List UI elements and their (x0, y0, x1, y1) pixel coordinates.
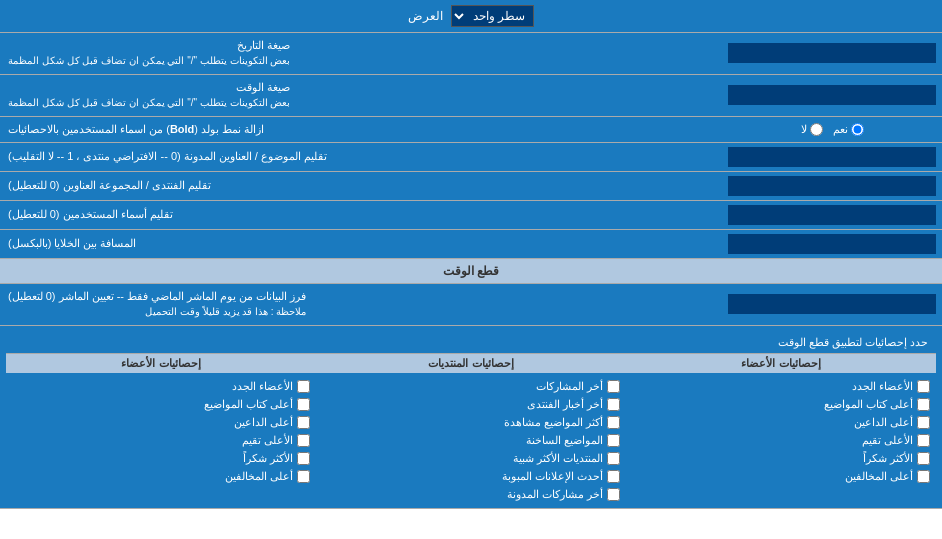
col2-item-2-label: أكثر المواضيع مشاهدة (504, 416, 603, 429)
display-label: العرض (408, 9, 443, 23)
list-item: أعلى كتاب المواضيع (6, 397, 316, 412)
col3-item-1-check[interactable] (917, 398, 930, 411)
col3-item-1-label: أعلى كتاب المواضيع (824, 398, 913, 411)
list-item: المنتديات الأكثر شبية (316, 451, 626, 466)
time-format-label: صيغة الوقتبعض التكوينات يتطلب "/" التي ي… (0, 75, 722, 116)
col3-item-0-label: الأعضاء الجدد (852, 380, 913, 393)
list-item: أخر المشاركات (316, 379, 626, 394)
cell-gap-input[interactable]: 2 (728, 234, 936, 254)
date-format-input[interactable]: d-m (728, 43, 936, 63)
col1-item-0-label: الأعضاء الجدد (232, 380, 293, 393)
list-item: الأعلى تقيم (6, 433, 316, 448)
list-item: أخر مشاركات المدونة (316, 487, 626, 502)
col3-item-4-label: الأكثر شكراً (863, 452, 913, 465)
col3: إحصائيات الأعضاء الأعضاء الجدد أعلى كتاب… (626, 354, 936, 502)
limit-row: حدد إحصائيات لتطبيق قطع الوقت (6, 332, 936, 354)
col3-item-5-label: أعلى المخالفين (845, 470, 913, 483)
col1-item-0-check[interactable] (297, 380, 310, 393)
checkbox-grid: إحصائيات الأعضاء الأعضاء الجدد أعلى كتاب… (6, 354, 936, 502)
date-format-row: صيغة التاريخبعض التكوينات يتطلب "/" التي… (0, 33, 942, 75)
time-format-input-cell: H:i (722, 75, 942, 116)
list-item: أعلى المخالفين (626, 469, 936, 484)
username-limit-input[interactable]: 0 (728, 205, 936, 225)
col1-item-1-label: أعلى كتاب المواضيع (204, 398, 293, 411)
list-item: الأعضاء الجدد (6, 379, 316, 394)
checkbox-section: حدد إحصائيات لتطبيق قطع الوقت إحصائيات ا… (0, 326, 942, 509)
col1-item-5-check[interactable] (297, 470, 310, 483)
col2-item-6-label: أخر مشاركات المدونة (507, 488, 603, 501)
col2-item-1-label: أخر أخبار الفنتدى (527, 398, 603, 411)
list-item: أكثر المواضيع مشاهدة (316, 415, 626, 430)
limit-label: حدد إحصائيات لتطبيق قطع الوقت (14, 336, 928, 349)
list-item: أعلى الداعين (626, 415, 936, 430)
bold-remove-label: ازالة نمط بولد (Bold) من اسماء المستخدمي… (0, 117, 722, 142)
realtime-filter-row: فرز البيانات من يوم الماشر الماضي فقط --… (0, 284, 942, 326)
col3-item-0-check[interactable] (917, 380, 930, 393)
col2-item-5-check[interactable] (607, 470, 620, 483)
bold-yes-radio[interactable] (851, 123, 864, 136)
col1-item-3-check[interactable] (297, 434, 310, 447)
cell-gap-input-cell: 2 (722, 230, 942, 258)
col2-item-4-label: المنتديات الأكثر شبية (513, 452, 603, 465)
list-item: أعلى الداعين (6, 415, 316, 430)
forum-limit-input[interactable]: 33 (728, 176, 936, 196)
realtime-filter-input-cell: 0 (722, 284, 942, 325)
col3-item-2-label: أعلى الداعين (854, 416, 913, 429)
col2-item-0-label: أخر المشاركات (536, 380, 603, 393)
realtime-filter-label: فرز البيانات من يوم الماشر الماضي فقط --… (0, 284, 722, 325)
list-item: أحدث الإعلانات المبوبة (316, 469, 626, 484)
col2-item-1-check[interactable] (607, 398, 620, 411)
list-item: أعلى كتاب المواضيع (626, 397, 936, 412)
col1-item-2-check[interactable] (297, 416, 310, 429)
col1-item-4-check[interactable] (297, 452, 310, 465)
col2-item-6-check[interactable] (607, 488, 620, 501)
realtime-section-header: قطع الوقت (0, 259, 942, 284)
username-limit-label: تقليم أسماء المستخدمين (0 للتعطيل) (0, 201, 722, 229)
date-format-label: صيغة التاريخبعض التكوينات يتطلب "/" التي… (0, 33, 722, 74)
col3-item-2-check[interactable] (917, 416, 930, 429)
bold-yes-label: نعم (833, 123, 864, 136)
list-item: أعلى المخالفين (6, 469, 316, 484)
col2: إحصائيات المنتديات أخر المشاركات أخر أخب… (316, 354, 626, 502)
bold-no-radio[interactable] (810, 123, 823, 136)
col3-item-5-check[interactable] (917, 470, 930, 483)
list-item: أخر أخبار الفنتدى (316, 397, 626, 412)
col2-item-4-check[interactable] (607, 452, 620, 465)
list-item: الأعلى تقيم (626, 433, 936, 448)
topic-limit-label: تقليم الموضوع / العناوين المدونة (0 -- ا… (0, 143, 722, 171)
col2-item-3-check[interactable] (607, 434, 620, 447)
col3-item-3-label: الأعلى تقيم (862, 434, 913, 447)
display-select[interactable]: سطر واحد سطرين ثلاثة أسطر (451, 5, 534, 27)
forum-limit-label: تقليم الفنتدى / المجموعة العناوين (0 للت… (0, 172, 722, 200)
bold-remove-options: نعم لا (722, 117, 942, 142)
col1: إحصائيات الأعضاء الأعضاء الجدد أعلى كتاب… (6, 354, 316, 502)
topic-limit-row: تقليم الموضوع / العناوين المدونة (0 -- ا… (0, 143, 942, 172)
col1-item-4-label: الأكثر شكراً (243, 452, 293, 465)
cell-gap-row: المسافة بين الخلايا (بالبكسل) 2 (0, 230, 942, 259)
forum-limit-row: تقليم الفنتدى / المجموعة العناوين (0 للت… (0, 172, 942, 201)
col1-header: إحصائيات الأعضاء (6, 354, 316, 373)
list-item: الأكثر شكراً (6, 451, 316, 466)
time-format-row: صيغة الوقتبعض التكوينات يتطلب "/" التي ي… (0, 75, 942, 117)
cell-gap-label: المسافة بين الخلايا (بالبكسل) (0, 230, 722, 258)
username-limit-input-cell: 0 (722, 201, 942, 229)
col2-item-0-check[interactable] (607, 380, 620, 393)
time-format-input[interactable]: H:i (728, 85, 936, 105)
date-format-input-cell: d-m (722, 33, 942, 74)
col3-item-3-check[interactable] (917, 434, 930, 447)
col1-item-3-label: الأعلى تقيم (242, 434, 293, 447)
col1-item-2-label: أعلى الداعين (234, 416, 293, 429)
col3-item-4-check[interactable] (917, 452, 930, 465)
list-item: المواضيع الساخنة (316, 433, 626, 448)
col3-header: إحصائيات الأعضاء (626, 354, 936, 373)
col2-item-2-check[interactable] (607, 416, 620, 429)
col2-item-3-label: المواضيع الساخنة (526, 434, 603, 447)
realtime-filter-input[interactable]: 0 (728, 294, 936, 314)
list-item: الأكثر شكراً (626, 451, 936, 466)
col2-item-5-label: أحدث الإعلانات المبوبة (502, 470, 603, 483)
col1-item-5-label: أعلى المخالفين (225, 470, 293, 483)
topic-limit-input[interactable]: 33 (728, 147, 936, 167)
bold-no-label: لا (801, 123, 823, 136)
forum-limit-input-cell: 33 (722, 172, 942, 200)
col1-item-1-check[interactable] (297, 398, 310, 411)
